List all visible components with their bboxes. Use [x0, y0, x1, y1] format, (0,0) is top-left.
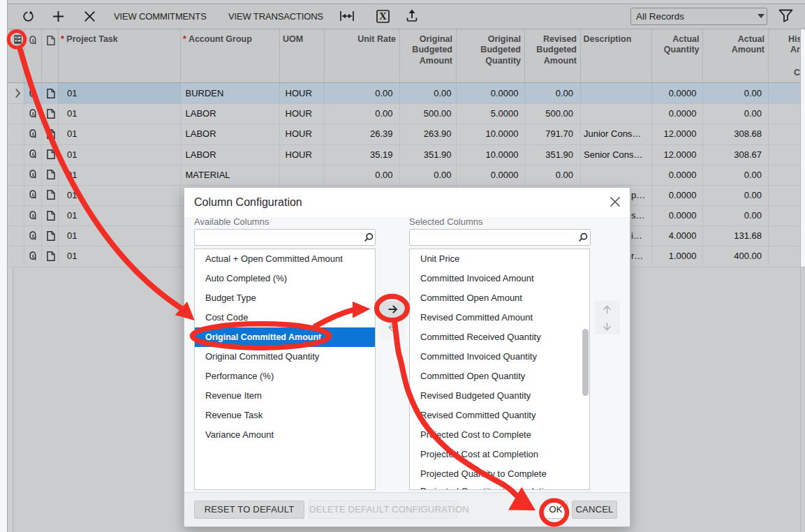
svg-text:X: X: [379, 10, 387, 22]
